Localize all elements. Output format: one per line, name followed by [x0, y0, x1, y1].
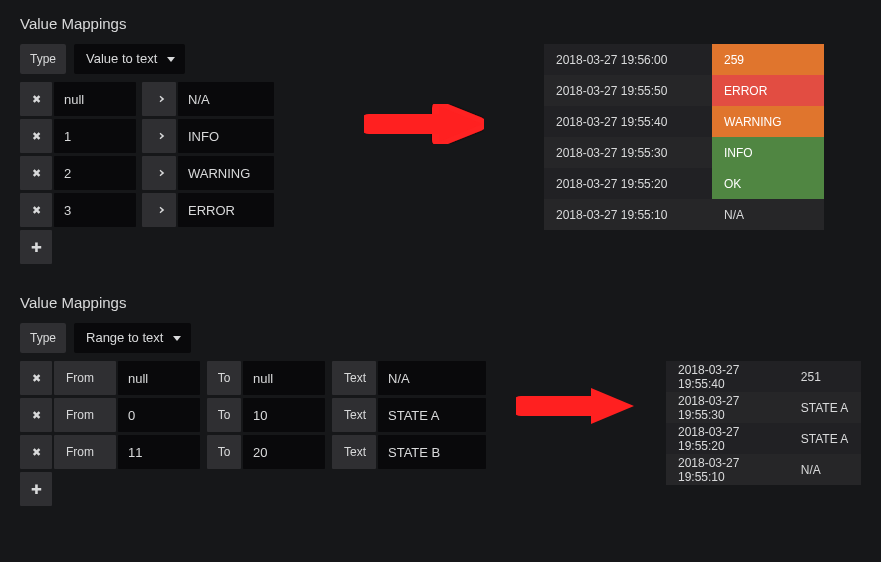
text-input[interactable] — [178, 193, 274, 227]
to-input[interactable] — [243, 361, 325, 395]
table-row: 2018-03-27 19:55:10N/A — [666, 454, 861, 485]
arrow-icon — [142, 193, 176, 227]
value-input[interactable] — [54, 156, 136, 190]
value-cell: N/A — [789, 454, 861, 485]
to-input[interactable] — [243, 435, 325, 469]
timestamp-cell: 2018-03-27 19:55:20 — [666, 423, 789, 454]
text-input[interactable] — [178, 82, 274, 116]
type-label: Type — [20, 44, 66, 74]
value-cell: ERROR — [712, 75, 824, 106]
value-input[interactable] — [54, 193, 136, 227]
range-row: ✖FromToText — [20, 398, 486, 432]
remove-button[interactable]: ✖ — [20, 435, 52, 469]
close-icon: ✖ — [32, 167, 41, 180]
arrow-graphic — [294, 44, 484, 154]
text-input[interactable] — [178, 156, 274, 190]
value-cell: 251 — [789, 361, 861, 392]
value-input[interactable] — [54, 82, 136, 116]
from-input[interactable] — [118, 361, 200, 395]
value-cell: STATE A — [789, 392, 861, 423]
from-label: From — [54, 435, 116, 469]
to-label: To — [207, 435, 241, 469]
mapping-row: ✖ — [20, 156, 274, 190]
timestamp-cell: 2018-03-27 19:55:30 — [544, 137, 712, 168]
arrow-graphic — [506, 361, 636, 436]
range-row: ✖FromToText — [20, 435, 486, 469]
close-icon: ✖ — [32, 409, 41, 422]
add-mapping-button[interactable]: ✚ — [20, 230, 52, 264]
results-table: 2018-03-27 19:55:402512018-03-27 19:55:3… — [666, 361, 861, 485]
text-label: Text — [332, 398, 376, 432]
to-label: To — [207, 398, 241, 432]
from-label: From — [54, 361, 116, 395]
timestamp-cell: 2018-03-27 19:55:20 — [544, 168, 712, 199]
from-label: From — [54, 398, 116, 432]
plus-icon: ✚ — [31, 240, 42, 255]
add-range-button[interactable]: ✚ — [20, 472, 52, 506]
text-input[interactable] — [178, 119, 274, 153]
type-dropdown[interactable]: Range to text — [74, 323, 191, 353]
close-icon: ✖ — [32, 446, 41, 459]
remove-button[interactable]: ✖ — [20, 156, 52, 190]
remove-button[interactable]: ✖ — [20, 119, 52, 153]
close-icon: ✖ — [32, 372, 41, 385]
value-cell: INFO — [712, 137, 824, 168]
remove-button[interactable]: ✖ — [20, 361, 52, 395]
mapping-row: ✖ — [20, 193, 274, 227]
timestamp-cell: 2018-03-27 19:55:10 — [544, 199, 712, 230]
table-row: 2018-03-27 19:56:00259 — [544, 44, 824, 75]
type-dropdown[interactable]: Value to text — [74, 44, 185, 74]
mapping-row: ✖ — [20, 119, 274, 153]
results-table: 2018-03-27 19:56:002592018-03-27 19:55:5… — [544, 44, 824, 230]
arrow-icon — [142, 82, 176, 116]
remove-button[interactable]: ✖ — [20, 82, 52, 116]
remove-button[interactable]: ✖ — [20, 193, 52, 227]
value-cell: N/A — [712, 199, 824, 230]
timestamp-cell: 2018-03-27 19:55:40 — [544, 106, 712, 137]
table-row: 2018-03-27 19:55:40251 — [666, 361, 861, 392]
value-cell: STATE A — [789, 423, 861, 454]
table-row: 2018-03-27 19:55:20STATE A — [666, 423, 861, 454]
plus-icon: ✚ — [31, 482, 42, 497]
arrow-icon — [142, 156, 176, 190]
results-panel: 2018-03-27 19:56:002592018-03-27 19:55:5… — [504, 44, 824, 230]
text-label: Text — [332, 361, 376, 395]
range-mappings-section: Value Mappings Type Range to text ✖FromT… — [20, 294, 861, 506]
value-cell: 259 — [712, 44, 824, 75]
close-icon: ✖ — [32, 93, 41, 106]
timestamp-cell: 2018-03-27 19:55:40 — [666, 361, 789, 392]
table-row: 2018-03-27 19:55:40WARNING — [544, 106, 824, 137]
from-input[interactable] — [118, 398, 200, 432]
from-input[interactable] — [118, 435, 200, 469]
table-row: 2018-03-27 19:55:50ERROR — [544, 75, 824, 106]
mapping-row: ✖ — [20, 82, 274, 116]
close-icon: ✖ — [32, 130, 41, 143]
text-input[interactable] — [378, 398, 486, 432]
remove-button[interactable]: ✖ — [20, 398, 52, 432]
mapping-editor: Type Value to text ✖✖✖✖ ✚ — [20, 44, 274, 264]
section-title: Value Mappings — [20, 294, 861, 311]
text-label: Text — [332, 435, 376, 469]
table-row: 2018-03-27 19:55:30STATE A — [666, 392, 861, 423]
table-row: 2018-03-27 19:55:20OK — [544, 168, 824, 199]
arrow-icon — [142, 119, 176, 153]
to-input[interactable] — [243, 398, 325, 432]
timestamp-cell: 2018-03-27 19:55:50 — [544, 75, 712, 106]
to-label: To — [207, 361, 241, 395]
results-panel: 2018-03-27 19:55:402512018-03-27 19:55:3… — [656, 361, 861, 485]
value-cell: OK — [712, 168, 824, 199]
timestamp-cell: 2018-03-27 19:56:00 — [544, 44, 712, 75]
timestamp-cell: 2018-03-27 19:55:10 — [666, 454, 789, 485]
range-row: ✖FromToText — [20, 361, 486, 395]
value-input[interactable] — [54, 119, 136, 153]
timestamp-cell: 2018-03-27 19:55:30 — [666, 392, 789, 423]
value-cell: WARNING — [712, 106, 824, 137]
text-input[interactable] — [378, 435, 486, 469]
table-row: 2018-03-27 19:55:30INFO — [544, 137, 824, 168]
text-input[interactable] — [378, 361, 486, 395]
type-label: Type — [20, 323, 66, 353]
close-icon: ✖ — [32, 204, 41, 217]
range-editor: ✖FromToText✖FromToText✖FromToText ✚ — [20, 361, 486, 506]
table-row: 2018-03-27 19:55:10N/A — [544, 199, 824, 230]
value-mappings-section: Value Mappings Type Value to text ✖✖✖✖ ✚… — [20, 15, 861, 264]
